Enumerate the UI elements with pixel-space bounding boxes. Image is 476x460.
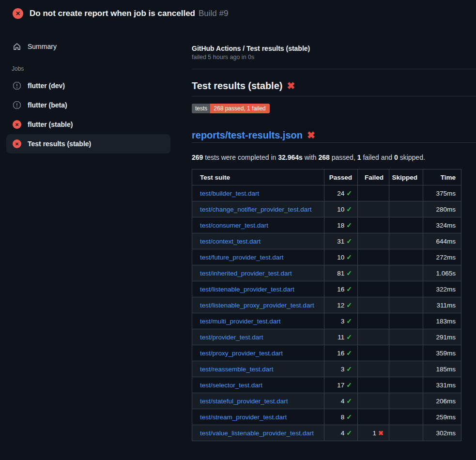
failed-cell: 1✖ — [358, 425, 389, 441]
passed-count: 268 — [319, 153, 330, 161]
badge-label: tests — [192, 104, 210, 113]
time-value: 1.065s — [436, 270, 456, 277]
suite-link[interactable]: test/multi_provider_test.dart — [200, 318, 281, 325]
table-row: test/change_notifier_provider_test.dart1… — [192, 201, 461, 217]
time-value: 359ms — [436, 350, 456, 357]
results-table-body: test/builder_test.dart24✓375mstest/chang… — [192, 185, 461, 441]
check-icon: ✓ — [346, 301, 352, 309]
job-failed-icon: ✕ — [13, 120, 21, 129]
run-build-number: Build #9 — [199, 9, 228, 18]
table-row: test/value_listenable_provider_test.dart… — [192, 425, 461, 441]
column-header-failed: Failed — [358, 169, 389, 185]
suite-link[interactable]: test/change_notifier_provider_test.dart — [200, 206, 311, 213]
suite-link[interactable]: test/provider_test.dart — [200, 334, 263, 341]
suite-link[interactable]: test/stream_provider_test.dart — [200, 414, 287, 421]
suite-cell: test/inherited_provider_test.dart — [192, 265, 324, 281]
sidebar-item-flutter-stable[interactable]: ✕flutter (stable) — [6, 115, 170, 134]
suite-cell: test/multi_provider_test.dart — [192, 313, 324, 329]
suite-link[interactable]: test/context_test.dart — [200, 238, 261, 245]
failed-x-icon: ✖ — [307, 130, 315, 140]
suite-link[interactable]: test/proxy_provider_test.dart — [200, 350, 283, 357]
column-header-time: Time — [423, 169, 461, 185]
time-value: 206ms — [436, 398, 456, 405]
passed-value: 24 — [337, 190, 344, 197]
passed-value: 10 — [337, 206, 344, 213]
tests-badge: tests 268 passed, 1 failed — [192, 104, 270, 113]
suite-link[interactable]: test/future_provider_test.dart — [200, 254, 284, 261]
passed-value: 4 — [341, 429, 345, 437]
passed-cell: 8✓ — [324, 409, 358, 425]
check-icon: ✓ — [346, 413, 352, 421]
suite-cell: test/stream_provider_test.dart — [192, 409, 324, 425]
breadcrumb: GitHub Actions / Test results (stable) — [192, 45, 476, 52]
run-title: Do not create report when job is cancell… — [30, 9, 195, 18]
passed-value: 3 — [341, 366, 345, 373]
time-cell: 280ms — [423, 201, 461, 217]
suite-link[interactable]: test/inherited_provider_test.dart — [200, 270, 292, 277]
suite-cell: test/change_notifier_provider_test.dart — [192, 201, 324, 217]
check-icon: ✓ — [346, 397, 352, 405]
main-content: GitHub Actions / Test results (stable) f… — [184, 27, 476, 441]
passed-cell: 17✓ — [324, 377, 358, 393]
skipped-cell — [389, 297, 423, 313]
failed-value: 1 — [373, 429, 377, 437]
skipped-cell — [389, 185, 423, 201]
check-icon: ✓ — [346, 349, 352, 357]
sidebar-item-flutter-beta[interactable]: flutter (beta) — [6, 95, 170, 115]
passed-cell: 16✓ — [324, 281, 358, 297]
skipped-cell — [389, 377, 423, 393]
time-cell: 1.065s — [423, 265, 461, 281]
skipped-cell — [389, 313, 423, 329]
suite-cell: test/value_listenable_provider_test.dart — [192, 425, 324, 441]
skipped-cell — [389, 233, 423, 249]
sidebar-item-summary[interactable]: Summary — [6, 38, 170, 55]
passed-value: 10 — [337, 254, 344, 261]
time-cell: 302ms — [423, 425, 461, 441]
table-row: test/provider_test.dart11✓291ms — [192, 329, 461, 345]
suite-link[interactable]: test/value_listenable_provider_test.dart — [200, 429, 314, 437]
x-icon: ✖ — [378, 429, 384, 437]
job-cancelled-icon — [13, 101, 21, 109]
check-icon: ✓ — [346, 381, 352, 389]
time-value: 280ms — [436, 206, 456, 213]
suite-link[interactable]: test/listenable_provider_test.dart — [200, 286, 294, 293]
skipped-cell — [389, 425, 423, 441]
passed-cell: 18✓ — [324, 217, 358, 233]
passed-cell: 12✓ — [324, 297, 358, 313]
suite-link[interactable]: test/builder_test.dart — [200, 190, 259, 197]
section-title: Test results (stable)✖ — [192, 79, 476, 96]
failed-cell — [358, 377, 389, 393]
time-value: 259ms — [436, 414, 456, 421]
table-row: test/future_provider_test.dart10✓272ms — [192, 249, 461, 265]
suite-cell: test/builder_test.dart — [192, 185, 324, 201]
skipped-count: 0 — [394, 153, 398, 161]
skipped-cell — [389, 217, 423, 233]
time-cell: 644ms — [423, 233, 461, 249]
column-header-skipped: Skipped — [389, 169, 423, 185]
badge-value: 268 passed, 1 failed — [210, 104, 269, 113]
table-row: test/context_test.dart31✓644ms — [192, 233, 461, 249]
suite-cell: test/consumer_test.dart — [192, 217, 324, 233]
passed-cell: 4✓ — [324, 393, 358, 409]
suite-link[interactable]: test/stateful_provider_test.dart — [200, 398, 288, 405]
failed-cell — [358, 297, 389, 313]
passed-value: 3 — [341, 318, 345, 325]
suite-cell: test/stateful_provider_test.dart — [192, 393, 324, 409]
table-row: test/multi_provider_test.dart3✓183ms — [192, 313, 461, 329]
time-cell: 359ms — [423, 345, 461, 361]
jobs-caption: Jobs — [12, 65, 184, 72]
passed-cell: 11✓ — [324, 329, 358, 345]
suite-link[interactable]: test/listenable_proxy_provider_test.dart — [200, 302, 314, 309]
suite-link[interactable]: test/reassemble_test.dart — [200, 366, 274, 373]
failed-cell — [358, 361, 389, 377]
time-cell: 272ms — [423, 249, 461, 265]
check-icon: ✓ — [346, 269, 352, 277]
passed-cell: 4✓ — [324, 425, 358, 441]
time-value: 302ms — [436, 429, 456, 437]
sidebar-item-test-results-stable[interactable]: ✕Test results (stable) — [6, 134, 170, 153]
suite-link[interactable]: test/selector_test.dart — [200, 382, 262, 389]
check-icon: ✓ — [346, 253, 352, 261]
suite-link[interactable]: test/consumer_test.dart — [200, 222, 268, 229]
sidebar-item-flutter-dev[interactable]: flutter (dev) — [6, 76, 170, 95]
report-link[interactable]: reports/test-results.json — [192, 130, 303, 140]
